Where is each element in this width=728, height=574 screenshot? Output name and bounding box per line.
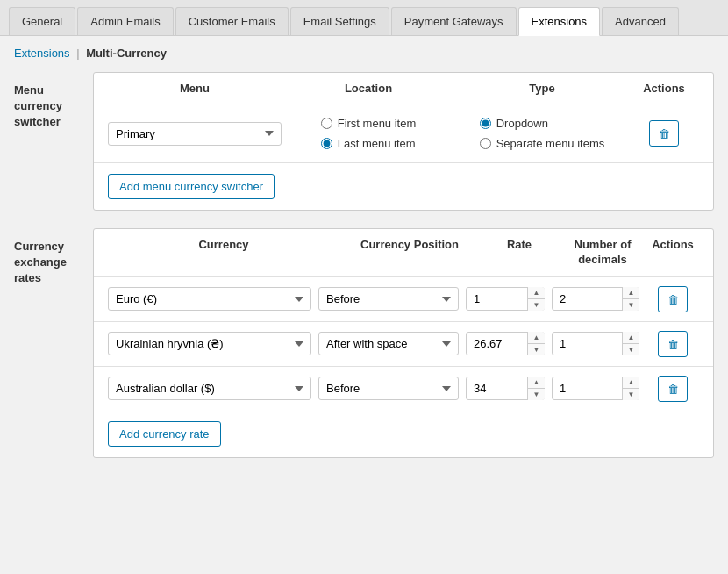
add-menu-switcher-button[interactable]: Add menu currency switcher [108, 174, 275, 199]
rate-actions-cell [646, 376, 699, 402]
breadcrumb-current: Multi-Currency [86, 47, 167, 60]
tab-admin-emails[interactable]: Admin Emails [77, 7, 173, 35]
last-menu-item-radio[interactable] [321, 138, 332, 149]
trash-icon [667, 382, 679, 396]
decimals-spin-down-0[interactable]: ▼ [623, 299, 639, 311]
delete-rate-button-1[interactable] [658, 331, 688, 357]
separate-menu-items-label: Separate menu items [496, 137, 605, 150]
menu-switcher-section: Menu currency switcher Menu Location Typ… [14, 72, 714, 211]
type-radio-group: Dropdown Separate menu items [480, 117, 605, 150]
rate-spin-down-0[interactable]: ▼ [528, 299, 545, 311]
last-menu-item-label: Last menu item [338, 137, 416, 150]
tab-advanced[interactable]: Advanced [602, 7, 679, 35]
currency-select-2[interactable]: Euro (€)US Dollar ($)Australian dollar (… [108, 377, 311, 400]
currency-cell: Euro (€)US Dollar ($)Australian dollar (… [108, 287, 311, 311]
decimals-cell: ▲ ▼ [552, 332, 639, 355]
rate-row: Euro (€)US Dollar ($)Australian dollar (… [94, 322, 713, 367]
tab-customer-emails[interactable]: Customer Emails [175, 7, 289, 35]
rate-row: Euro (€)US Dollar ($)Australian dollar (… [94, 277, 713, 322]
rates-table-header: Currency Currency Position Rate Number o… [94, 229, 713, 277]
rate-spinners-0: ▲ ▼ [527, 287, 545, 311]
delete-rate-button-2[interactable] [658, 376, 688, 402]
breadcrumb: Extensions | Multi-Currency [14, 47, 714, 60]
last-menu-item-option[interactable]: Last menu item [321, 137, 417, 150]
menu-table-header: Menu Location Type Actions [94, 73, 713, 104]
currency-rates-section: Currency exchange rates Currency Currenc… [14, 228, 714, 458]
position-select-2[interactable]: BeforeAfterAfter with space [318, 377, 459, 400]
menu-actions-col [629, 120, 699, 147]
rate-actions-cell [646, 286, 699, 312]
menu-switcher-panel: Menu Location Type Actions Primary [93, 72, 714, 211]
actions-col-header: Actions [629, 82, 699, 95]
menu-switcher-row: Primary First menu item Last menu item [94, 104, 713, 163]
delete-menu-switcher-button[interactable] [649, 120, 679, 147]
rate-spin-down-2[interactable]: ▼ [528, 389, 545, 400]
rate-cell: ▲ ▼ [466, 287, 545, 311]
decimals-spin-down-2[interactable]: ▼ [623, 389, 639, 400]
decimals-spin-up-0[interactable]: ▲ [623, 287, 639, 299]
add-currency-rate-button[interactable]: Add currency rate [108, 421, 221, 447]
trash-icon [659, 126, 670, 140]
type-col-header: Type [455, 82, 629, 95]
menu-select[interactable]: Primary [108, 122, 282, 146]
rate-actions-col-header: Actions [646, 238, 699, 268]
tab-extensions[interactable]: Extensions [518, 7, 601, 36]
rate-cell: ▲ ▼ [466, 332, 545, 355]
trash-icon [667, 337, 679, 351]
currency-select-1[interactable]: Euro (€)US Dollar ($)Australian dollar (… [108, 332, 311, 355]
currency-select-0[interactable]: Euro (€)US Dollar ($)Australian dollar (… [108, 287, 311, 311]
currency-rates-panel: Currency Currency Position Rate Number o… [93, 228, 714, 458]
decimals-cell: ▲ ▼ [552, 377, 639, 400]
decimals-spin-up-2[interactable]: ▲ [623, 377, 639, 389]
location-col: First menu item Last menu item [282, 117, 455, 150]
first-menu-item-label: First menu item [338, 117, 417, 130]
decimals-cell: ▲ ▼ [552, 287, 639, 311]
rate-spin-down-1[interactable]: ▼ [528, 344, 545, 355]
currency-cell: Euro (€)US Dollar ($)Australian dollar (… [108, 332, 311, 355]
position-cell: BeforeAfterAfter with space [318, 332, 459, 355]
decimals-col-header: Number of decimals [559, 238, 646, 268]
add-menu-switcher-row: Add menu currency switcher [94, 163, 713, 210]
breadcrumb-link[interactable]: Extensions [14, 47, 70, 60]
first-menu-item-option[interactable]: First menu item [321, 117, 417, 130]
position-cell: BeforeAfterAfter with space [318, 377, 459, 400]
decimals-spin-up-1[interactable]: ▲ [623, 332, 639, 344]
delete-rate-button-0[interactable] [658, 286, 688, 312]
add-currency-rate-row: Add currency rate [94, 411, 713, 457]
position-select-1[interactable]: BeforeAfterAfter with space [318, 332, 459, 355]
rate-spinners-2: ▲ ▼ [527, 377, 545, 400]
tabs-bar: General Admin Emails Customer Emails Ema… [0, 0, 728, 36]
rate-spin-up-2[interactable]: ▲ [528, 377, 545, 389]
main-content: Extensions | Multi-Currency Menu currenc… [0, 36, 728, 490]
separate-menu-items-radio[interactable] [480, 138, 491, 149]
location-radio-group: First menu item Last menu item [321, 117, 417, 150]
menu-col: Primary [108, 122, 282, 146]
rate-spin-up-1[interactable]: ▲ [528, 332, 545, 344]
dropdown-label: Dropdown [496, 117, 548, 130]
rate-col-header: Rate [480, 238, 559, 268]
decimals-spinners-0: ▲ ▼ [622, 287, 639, 311]
currency-col-header: Currency [108, 238, 339, 268]
decimals-spinners-2: ▲ ▼ [622, 377, 639, 400]
position-cell: BeforeAfterAfter with space [318, 287, 459, 311]
trash-icon [667, 292, 679, 306]
decimals-spin-down-1[interactable]: ▼ [623, 344, 639, 355]
breadcrumb-separator: | [76, 47, 79, 60]
rate-rows-container: Euro (€)US Dollar ($)Australian dollar (… [94, 277, 713, 411]
menu-switcher-label: Menu currency switcher [14, 72, 93, 131]
currency-rates-label: Currency exchange rates [14, 228, 93, 287]
position-col-header: Currency Position [339, 238, 480, 268]
rate-spin-up-0[interactable]: ▲ [528, 287, 545, 299]
decimals-spinners-1: ▲ ▼ [622, 332, 639, 355]
position-select-0[interactable]: BeforeAfterAfter with space [318, 287, 459, 311]
dropdown-radio[interactable] [480, 118, 491, 129]
dropdown-option[interactable]: Dropdown [480, 117, 605, 130]
tab-payment-gateways[interactable]: Payment Gateways [391, 7, 517, 35]
tab-email-settings[interactable]: Email Settings [290, 7, 389, 35]
rate-row: Euro (€)US Dollar ($)Australian dollar (… [94, 367, 713, 411]
currency-cell: Euro (€)US Dollar ($)Australian dollar (… [108, 377, 311, 400]
first-menu-item-radio[interactable] [321, 118, 332, 129]
separate-menu-items-option[interactable]: Separate menu items [480, 137, 605, 150]
tab-general[interactable]: General [9, 7, 75, 35]
rate-spinners-1: ▲ ▼ [527, 332, 545, 355]
